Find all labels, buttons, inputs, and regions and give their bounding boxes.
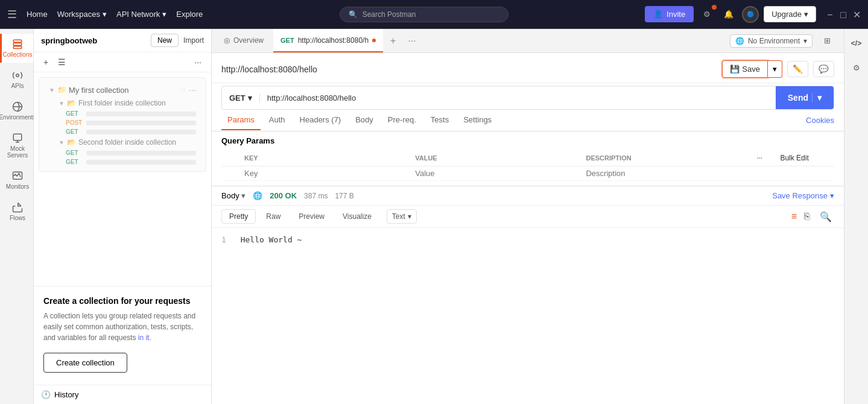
folder-item-1[interactable]: ▼ 📂 First folder inside collection bbox=[44, 97, 201, 109]
history-section[interactable]: 🕐 History bbox=[34, 385, 211, 404]
sidebar-item-collections[interactable]: Collections bbox=[0, 34, 33, 63]
response-body-label: Body ▾ bbox=[221, 191, 246, 200]
folder-icon: 📁 bbox=[57, 86, 66, 94]
edit-button[interactable]: ✏️ bbox=[787, 61, 808, 77]
save-response-button[interactable]: Save Response ▾ bbox=[772, 191, 834, 200]
request-item[interactable]: GET bbox=[44, 157, 201, 166]
save-icon: 💾 bbox=[730, 65, 740, 74]
visualize-tab[interactable]: Visualize bbox=[335, 209, 379, 224]
menu-icon[interactable]: ☰ bbox=[7, 8, 17, 21]
line-number: 1 bbox=[221, 235, 226, 244]
sidebar-item-environments[interactable]: Environments bbox=[0, 96, 33, 125]
request-url-title: http://localhost:8080/hello bbox=[221, 65, 717, 74]
star-icon[interactable]: ☆ bbox=[180, 86, 186, 94]
key-input[interactable] bbox=[244, 169, 405, 178]
svg-rect-0 bbox=[13, 40, 22, 42]
comment-button[interactable]: 💬 bbox=[813, 61, 834, 77]
nav-explore[interactable]: Explore bbox=[176, 10, 203, 19]
filter-response-button[interactable]: ≡ bbox=[791, 210, 797, 224]
environment-selector[interactable]: 🌐 No Environment ▾ bbox=[730, 34, 813, 48]
create-collection-button[interactable]: Create collection bbox=[43, 353, 127, 373]
folder-item-2[interactable]: ▼ 📂 Second folder inside collection bbox=[44, 136, 201, 148]
import-button[interactable]: Import bbox=[183, 36, 204, 45]
pretty-tab[interactable]: Pretty bbox=[221, 209, 256, 224]
sidebar-item-flows[interactable]: Flows bbox=[0, 197, 33, 226]
method-badge-get: GET bbox=[66, 110, 83, 117]
close-button[interactable]: ✕ bbox=[852, 10, 861, 19]
svg-point-3 bbox=[16, 74, 19, 77]
tab-auth[interactable]: Auth bbox=[263, 110, 291, 130]
add-collection-button[interactable]: + bbox=[41, 56, 51, 68]
upgrade-button[interactable]: Upgrade ▾ bbox=[764, 6, 816, 22]
nav-workspaces[interactable]: Workspaces ▾ bbox=[57, 10, 107, 19]
nav-api-network[interactable]: API Network ▾ bbox=[116, 10, 166, 19]
key-column-header: KEY bbox=[239, 150, 410, 166]
request-bar bbox=[86, 130, 196, 134]
raw-tab[interactable]: Raw bbox=[258, 209, 288, 224]
save-dropdown-button[interactable]: ▾ bbox=[768, 60, 782, 78]
status-ok-badge: 200 OK bbox=[270, 191, 297, 200]
response-content: 1 Hello World ~ bbox=[212, 228, 844, 404]
tab-settings[interactable]: Settings bbox=[457, 110, 498, 130]
folder-name: Second folder inside collection bbox=[78, 138, 196, 147]
send-dropdown-icon: ▾ bbox=[812, 93, 822, 103]
right-settings-button[interactable]: ⚙ bbox=[847, 58, 866, 77]
copy-response-button[interactable]: ⎘ bbox=[802, 210, 813, 224]
request-item[interactable]: POST bbox=[44, 118, 201, 127]
add-tab-button[interactable]: + bbox=[385, 36, 401, 46]
sidebar-item-monitors[interactable]: Monitors bbox=[0, 166, 33, 195]
params-area: Query Params KEY VALUE DESCRIPTION ··· B… bbox=[212, 131, 844, 186]
more-options-button[interactable]: ··· bbox=[192, 56, 204, 68]
tab-overview[interactable]: ◎ Overview bbox=[217, 29, 271, 52]
sidebar-item-apis[interactable]: APIs bbox=[0, 65, 33, 94]
new-button[interactable]: New bbox=[151, 34, 179, 47]
tab-more-button[interactable]: ··· bbox=[403, 36, 420, 46]
table-view-button[interactable]: ⊞ bbox=[815, 36, 839, 45]
request-item[interactable]: GET bbox=[44, 127, 201, 136]
checkbox-col-header bbox=[221, 150, 239, 166]
person-icon: 👤 bbox=[653, 10, 663, 19]
tab-tests[interactable]: Tests bbox=[425, 110, 455, 130]
history-label: History bbox=[54, 390, 78, 399]
code-snippet-button[interactable]: </> bbox=[847, 34, 866, 53]
tab-body[interactable]: Body bbox=[349, 110, 379, 130]
nav-home[interactable]: Home bbox=[27, 10, 48, 19]
collection-more-icon[interactable]: ··· bbox=[189, 85, 196, 95]
send-button[interactable]: Send ▾ bbox=[776, 86, 834, 109]
far-right-sidebar: </> ⚙ bbox=[844, 29, 868, 404]
request-item[interactable]: GET bbox=[44, 148, 201, 157]
tab-bar: ◎ Overview GET http://localhost:8080/h +… bbox=[212, 29, 844, 53]
text-format-selector[interactable]: Text ▾ bbox=[387, 209, 417, 224]
value-input[interactable] bbox=[415, 169, 576, 178]
method-selector[interactable]: GET ▾ bbox=[222, 93, 260, 103]
caret-icon: ▼ bbox=[59, 100, 65, 107]
chevron-down-icon: ▾ bbox=[804, 10, 808, 19]
chevron-down-icon: ▾ bbox=[162, 10, 166, 19]
search-bar[interactable]: 🔍 Search Postman bbox=[340, 7, 508, 22]
nav-right: 👤 Invite ⚙ 🔔 🔵 Upgrade ▾ − □ ✕ bbox=[645, 6, 861, 23]
description-input[interactable] bbox=[586, 169, 747, 178]
bulk-edit-header[interactable]: Bulk Edit bbox=[775, 150, 834, 166]
sidebar-item-mock-servers[interactable]: Mock Servers bbox=[0, 128, 33, 163]
globe-icon: 🌐 bbox=[735, 37, 744, 45]
minimize-button[interactable]: − bbox=[826, 10, 834, 19]
maximize-button[interactable]: □ bbox=[839, 10, 847, 19]
tab-prereq[interactable]: Pre-req. bbox=[382, 110, 422, 130]
invite-button[interactable]: 👤 Invite bbox=[645, 6, 694, 22]
save-button[interactable]: 💾 Save bbox=[722, 60, 768, 78]
notifications-icon-button[interactable]: 🔔 bbox=[720, 6, 737, 23]
tab-params[interactable]: Params bbox=[221, 110, 261, 130]
collection-header[interactable]: ▼ 📁 My first collection ☆ ··· bbox=[44, 83, 201, 97]
request-item[interactable]: GET bbox=[44, 109, 201, 118]
avatar[interactable]: 🔵 bbox=[742, 6, 759, 23]
sort-button[interactable]: ☰ bbox=[55, 56, 68, 68]
search-response-button[interactable]: 🔍 bbox=[817, 210, 834, 224]
tab-headers[interactable]: Headers (7) bbox=[294, 110, 347, 130]
chevron-down-icon[interactable]: ▾ bbox=[241, 191, 246, 200]
tab-active-request[interactable]: GET http://localhost:8080/h bbox=[273, 29, 383, 52]
url-input[interactable] bbox=[260, 93, 776, 103]
in-it-link[interactable]: in it bbox=[138, 333, 150, 342]
cookies-link[interactable]: Cookies bbox=[806, 116, 834, 125]
preview-tab[interactable]: Preview bbox=[291, 209, 332, 224]
settings-icon-button[interactable]: ⚙ bbox=[699, 6, 715, 23]
